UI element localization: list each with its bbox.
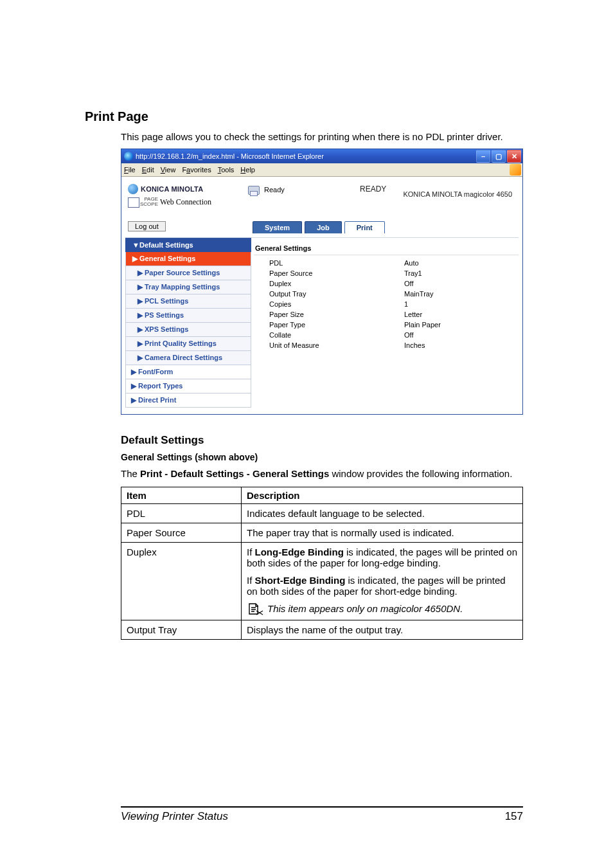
th-item: Item [121, 487, 242, 503]
kv-row: Paper TypePlain Paper [254, 320, 519, 330]
brand-name: KONICA MINOLTA [141, 185, 203, 193]
tab-job[interactable]: Job [305, 221, 342, 233]
globe-icon [128, 184, 138, 194]
table-row: Output Tray Displays the name of the out… [121, 620, 523, 639]
subsection-subtitle: General Settings (shown above) [121, 452, 523, 462]
sidebar-item-paper-source-settings[interactable]: ▶Paper Source Settings [125, 266, 251, 280]
sidebar-item-pcl-settings[interactable]: ▶PCL Settings [125, 294, 251, 309]
menu-bar: File Edit View Favorites Tools Help [121, 163, 522, 177]
printer-status-icon [246, 185, 260, 196]
intro-paragraph: This page allows you to check the settin… [121, 131, 523, 143]
sidebar-item-camera-direct-settings[interactable]: ▶Camera Direct Settings [125, 351, 251, 365]
logout-button[interactable]: Log out [128, 221, 166, 231]
close-button[interactable]: ✕ [507, 150, 521, 163]
kv-row: Paper SizeLetter [254, 309, 519, 320]
tab-print[interactable]: Print [344, 221, 385, 233]
kv-row: Unit of MeasureInches [254, 340, 519, 350]
kv-row: PDLAuto [254, 258, 519, 268]
sidebar-item-print-quality-settings[interactable]: ▶Print Quality Settings [125, 337, 251, 351]
note-text: This item appears only on magicolor 4650… [267, 603, 463, 614]
device-name: KONICA MINOLTA magicolor 4650 [403, 190, 512, 198]
sidebar-item-general-settings[interactable]: ▶General Settings [125, 252, 251, 266]
window-title: http://192.168.1.2/m_index.html - Micros… [136, 152, 476, 160]
table-row: Paper Source The paper tray that is norm… [121, 523, 523, 542]
sidebar-item-ps-settings[interactable]: ▶PS Settings [125, 309, 251, 323]
pagescope-icon [128, 197, 138, 206]
sidebar: ▼Default Settings ▶General Settings ▶Pap… [125, 238, 251, 408]
status-text: Ready [264, 186, 285, 194]
kv-row: Output TrayMainTray [254, 289, 519, 299]
kv-row: DuplexOff [254, 278, 519, 289]
footer-rule [121, 806, 523, 808]
menu-edit[interactable]: Edit [142, 166, 154, 174]
lead-paragraph: The Print - Default Settings - General S… [121, 467, 523, 480]
tab-system[interactable]: System [253, 221, 302, 233]
menu-favorites[interactable]: Favorites [182, 166, 211, 174]
section-title: Print Page [85, 109, 523, 124]
window-titlebar: http://192.168.1.2/m_index.html - Micros… [121, 149, 522, 163]
sidebar-item-font-form[interactable]: ▶Font/Form [125, 365, 251, 379]
sidebar-item-xps-settings[interactable]: ▶XPS Settings [125, 323, 251, 337]
kv-row: CollateOff [254, 330, 519, 340]
brand-logo: KONICA MINOLTA [128, 184, 246, 194]
table-row: Duplex If Long-Edge Binding is indicated… [121, 542, 523, 620]
table-row: PDL Indicates default language to be sel… [121, 503, 523, 523]
footer-left: Viewing Printer Status [121, 810, 228, 823]
info-table: Item Description PDL Indicates default l… [121, 487, 523, 640]
maximize-button[interactable]: ▢ [492, 150, 506, 163]
pagescope-logo: PAGESCOPE Web Connection [128, 197, 246, 207]
footer-page-number: 157 [505, 810, 523, 823]
menu-file[interactable]: File [124, 166, 136, 174]
menu-help[interactable]: Help [240, 166, 255, 174]
browser-window: http://192.168.1.2/m_index.html - Micros… [121, 149, 523, 415]
tab-bar: System Job Print [253, 221, 519, 233]
sidebar-item-direct-print[interactable]: ▶Direct Print [125, 393, 251, 408]
kv-row: Paper SourceTray1 [254, 268, 519, 278]
pagescope-small: PAGESCOPE [140, 197, 158, 207]
minimize-button[interactable]: – [476, 150, 490, 163]
th-description: Description [242, 487, 523, 503]
sidebar-item-report-types[interactable]: ▶Report Types [125, 379, 251, 393]
sidebar-item-tray-mapping-settings[interactable]: ▶Tray Mapping Settings [125, 280, 251, 294]
ie-throbber-icon [510, 164, 521, 176]
kv-row: Copies1 [254, 299, 519, 309]
subsection-title: Default Settings [121, 434, 523, 447]
ie-logo-icon [124, 152, 133, 161]
ready-indicator: READY [360, 185, 386, 194]
content-pane: General Settings PDLAuto Paper SourceTra… [251, 238, 519, 408]
sidebar-header-default-settings[interactable]: ▼Default Settings [125, 238, 251, 252]
pane-title: General Settings [254, 240, 519, 255]
pagescope-label: Web Connection [160, 197, 211, 207]
menu-view[interactable]: View [161, 166, 176, 174]
menu-tools[interactable]: Tools [218, 166, 235, 174]
note-icon [247, 602, 265, 616]
